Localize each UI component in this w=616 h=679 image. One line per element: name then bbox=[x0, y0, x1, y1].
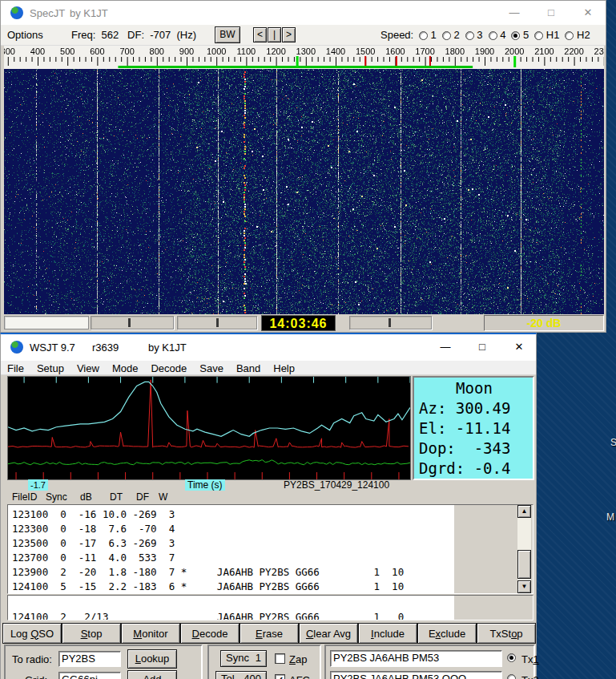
zap-checkbox[interactable] bbox=[275, 653, 285, 664]
exclude-button[interactable]: Exclude bbox=[417, 623, 477, 644]
speed-radio-1[interactable]: 1 bbox=[419, 29, 437, 41]
menu-band[interactable]: Band bbox=[230, 362, 267, 376]
nav-left-button[interactable]: < bbox=[253, 27, 267, 42]
monitor-button[interactable]: Monitor bbox=[121, 623, 180, 644]
add-button[interactable]: Add bbox=[127, 670, 177, 679]
radio-icon[interactable] bbox=[511, 31, 520, 40]
gain-slider-3[interactable] bbox=[349, 316, 432, 329]
close-button[interactable]: ✕ bbox=[501, 336, 537, 358]
tx2-message-input[interactable]: PY2BS JA6AHB PM53 OOO bbox=[330, 671, 502, 679]
tx1-label[interactable]: Tx1 bbox=[521, 653, 539, 665]
column-header-dt: DT bbox=[110, 491, 123, 503]
moon-readout: El: -11.14 bbox=[419, 418, 529, 439]
include-button[interactable]: Include bbox=[358, 623, 417, 644]
close-button[interactable]: ✕ bbox=[570, 2, 606, 24]
to-radio-input[interactable]: PY2BS bbox=[58, 651, 121, 667]
speed-group: 1 2 3 4 5 H1 H2 bbox=[419, 25, 596, 45]
desktop-icon-label[interactable]: S bbox=[610, 437, 616, 448]
tx-message-group: PY2BS JA6AHB PM53 Tx1 PY2BS JA6AHB PM53 … bbox=[324, 645, 535, 679]
decode-text-area[interactable]: 123100 0 -16 10.0 -269 3123300 0 -18 7.6… bbox=[7, 504, 533, 594]
speed-radio-h2[interactable]: H2 bbox=[565, 29, 590, 41]
tol-control[interactable]: Tol 400 bbox=[215, 671, 267, 679]
average-row bbox=[12, 596, 454, 610]
menu-decode[interactable]: Decode bbox=[144, 362, 193, 376]
speed-radio-5[interactable]: 5 bbox=[511, 29, 529, 41]
to-radio-label: To radio: bbox=[12, 653, 52, 665]
tx1-radio[interactable] bbox=[507, 653, 516, 662]
menu-save[interactable]: Save bbox=[193, 362, 230, 376]
wsjt-titlebar[interactable]: WSJT 9.7 r3639 by K1JT — □ ✕ bbox=[1, 334, 536, 361]
decode-button[interactable]: Decode bbox=[180, 623, 240, 644]
nav-right-button[interactable]: > bbox=[282, 27, 296, 42]
waterfall-display[interactable] bbox=[4, 69, 604, 314]
menu-view[interactable]: View bbox=[70, 362, 106, 376]
decode-text[interactable]: 123100 0 -16 10.0 -269 3123300 0 -18 7.6… bbox=[8, 505, 454, 593]
menu-help[interactable]: Help bbox=[267, 362, 301, 376]
afc-label: AFC bbox=[289, 674, 310, 679]
maximize-button[interactable]: □ bbox=[464, 336, 501, 358]
wav-file-label: PY2BS_170429_124100 bbox=[284, 479, 389, 491]
tx1-message-input[interactable]: PY2BS JA6AHB PM53 bbox=[330, 650, 502, 667]
specjt-app-icon[interactable] bbox=[10, 6, 23, 19]
speed-radio-4[interactable]: 4 bbox=[489, 29, 506, 41]
sync-label: Sync bbox=[226, 651, 249, 666]
zap-label: Zap bbox=[289, 653, 307, 665]
tx2-radio[interactable] bbox=[507, 674, 516, 679]
radio-icon[interactable] bbox=[489, 31, 497, 40]
desktop: { "colors": { "desktop": "#0c3a69", "acc… bbox=[0, 0, 616, 679]
speed-radio-2[interactable]: 2 bbox=[442, 29, 460, 41]
average-row: 124100 2 2/13 JA6AHB PY2BS GG66 1 0 bbox=[12, 610, 454, 620]
specjt-titlebar[interactable]: SpecJT by K1JT — □ ✕ bbox=[1, 1, 606, 25]
gain-slider-1[interactable] bbox=[91, 316, 174, 329]
erase-button[interactable]: Erase bbox=[240, 623, 299, 644]
menu-mode[interactable]: Mode bbox=[106, 362, 145, 376]
decode-row: 123900 2 -20 1.8 -180 7 * JA6AHB PY2BS G… bbox=[12, 565, 454, 580]
radio-icon[interactable] bbox=[442, 31, 451, 40]
decode-row: 123500 0 -17 6.3 -269 3 bbox=[12, 536, 454, 551]
moon-readout: Dgrd: -0.4 bbox=[419, 459, 529, 479]
tol-label: Tol bbox=[221, 672, 235, 679]
scroll-up-icon[interactable]: ▲ bbox=[517, 505, 531, 518]
grid-input[interactable]: GG66pj bbox=[58, 672, 121, 679]
radio-icon[interactable] bbox=[534, 31, 543, 40]
decode-scrollbar[interactable]: ▲ ▼ bbox=[517, 505, 531, 593]
scroll-down-icon[interactable]: ▼ bbox=[517, 580, 531, 593]
maximize-button[interactable]: □ bbox=[533, 2, 570, 24]
column-header-df: DF bbox=[136, 491, 149, 503]
radio-icon[interactable] bbox=[419, 31, 428, 40]
minimize-button[interactable]: — bbox=[427, 336, 464, 358]
column-header-sync: Sync bbox=[46, 491, 67, 503]
sync-control[interactable]: Sync 1 bbox=[220, 650, 267, 667]
frequency-scale[interactable] bbox=[4, 46, 604, 69]
wsjt-title: WSJT 9.7 bbox=[30, 342, 75, 354]
scrollbar-thumb[interactable] bbox=[517, 550, 531, 579]
signal-graph[interactable] bbox=[7, 376, 411, 480]
utc-clock: 14:03:46 bbox=[261, 315, 336, 331]
options-menu[interactable]: Options bbox=[7, 25, 43, 45]
lookup-button[interactable]: Lookup bbox=[127, 649, 177, 669]
wsjt-app-icon[interactable] bbox=[10, 341, 23, 354]
log-qso-button[interactable]: Log QSO bbox=[2, 623, 62, 644]
desktop-icon-label[interactable]: M bbox=[606, 511, 614, 523]
radio-icon[interactable] bbox=[565, 31, 574, 40]
tx2-label[interactable]: Tx2 bbox=[521, 674, 539, 679]
speed-radio-h1[interactable]: H1 bbox=[534, 29, 559, 41]
grid-label: Grid: bbox=[25, 674, 47, 679]
rx-progress bbox=[4, 316, 89, 329]
afc-checkbox[interactable]: ✓ bbox=[275, 674, 285, 679]
stop-button[interactable]: Stop bbox=[62, 623, 121, 644]
menu-file[interactable]: File bbox=[1, 362, 30, 376]
menu-setup[interactable]: Setup bbox=[30, 362, 70, 376]
txstop-button[interactable]: TxStop bbox=[477, 623, 536, 644]
bw-button[interactable]: BW bbox=[215, 26, 240, 43]
average-text[interactable]: 124100 2 2/13 JA6AHB PY2BS GG66 1 0 bbox=[8, 596, 454, 620]
radio-icon[interactable] bbox=[465, 31, 474, 40]
clear-avg-button[interactable]: Clear Avg bbox=[299, 623, 358, 644]
minimize-button[interactable]: — bbox=[496, 2, 533, 24]
specjt-window: SpecJT by K1JT — □ ✕ Options Freq: 562 D… bbox=[0, 0, 606, 333]
sync-value: 1 bbox=[256, 651, 261, 666]
average-text-area[interactable]: 124100 2 2/13 JA6AHB PY2BS GG66 1 0 bbox=[7, 595, 533, 620]
speed-radio-3[interactable]: 3 bbox=[465, 29, 483, 41]
gain-slider-2[interactable] bbox=[177, 316, 257, 329]
nav-center-button[interactable]: | bbox=[268, 27, 281, 42]
